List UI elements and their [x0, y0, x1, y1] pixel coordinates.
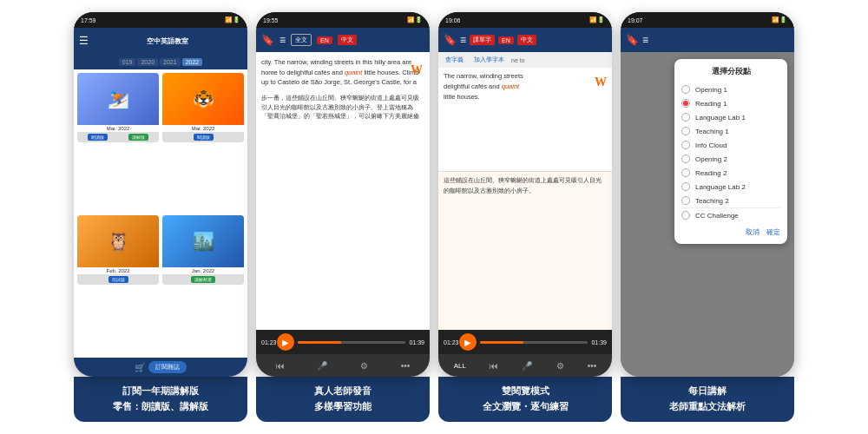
- caption-text-1: 訂閱一年期講解版 零售：朗讀版、講解版: [82, 384, 239, 414]
- menu-item-opening2[interactable]: Opening 2: [681, 152, 780, 166]
- mic-icon[interactable]: 🎤: [317, 361, 327, 371]
- lookup-context: ne to: [511, 57, 525, 63]
- lang-btn-en[interactable]: EN: [317, 36, 332, 44]
- status-time-3: 19:06: [445, 17, 461, 23]
- screen-1: ☰ 空中英語教室 019 2020 2021 2022 ⛷️ Mar. 2022: [74, 28, 247, 377]
- mag-btn-read-3[interactable]: 前試版: [108, 276, 128, 283]
- year-tab-2022[interactable]: 2022: [182, 58, 203, 66]
- screen-4: 🔖 ≡ 選擇分段點 Opening 1: [621, 28, 794, 377]
- dual-bottom-zh: 這些鋪設在山丘間、狹窄蜿蜒的街道上處處可見吸引人目光的咖啡館以及古雅別致的小房子…: [438, 172, 612, 330]
- menu-item-reading1[interactable]: Reading 1: [681, 96, 780, 110]
- list-icon-3[interactable]: ≡: [460, 34, 466, 46]
- prev-icon[interactable]: ⏮: [276, 361, 285, 371]
- year-tab-019[interactable]: 019: [119, 58, 136, 66]
- menu-label-ccchallenge: CC Challenge: [695, 212, 739, 220]
- radio-opening2: [681, 155, 690, 163]
- menu-item-opening1[interactable]: Opening 1: [681, 82, 780, 96]
- mag-card-3[interactable]: 🦉 Feb. 2022 前試版: [77, 215, 159, 285]
- lang-btn-all[interactable]: 全文: [291, 34, 312, 46]
- year-tab-2021[interactable]: 2021: [160, 58, 181, 66]
- more-icon[interactable]: •••: [401, 361, 411, 371]
- mag-card-2[interactable]: 🐯 Mar. 2022 閱讀版: [162, 73, 244, 142]
- radio-ccchallenge: [681, 211, 690, 220]
- menu-item-teaching1[interactable]: Teaching 1: [681, 124, 780, 138]
- mag-placeholder-1: ⛷️: [77, 73, 159, 125]
- bookmark-icon-3[interactable]: 🔖: [444, 34, 457, 46]
- status-time-2: 19:55: [263, 17, 279, 23]
- caption-line1-3: 雙閱覽模式: [447, 384, 603, 399]
- lang-btn-zh-3[interactable]: 中文: [517, 35, 536, 45]
- menu-overlay[interactable]: 選擇分段點 Opening 1 Reading 1: [621, 52, 794, 377]
- mag-label-1: Mar. 2022: [77, 125, 159, 132]
- caption-bar-1: 訂閱一年期講解版 零售：朗讀版、講解版: [74, 377, 247, 421]
- status-icons-3: 📶🔋: [589, 16, 605, 23]
- mag-card-1[interactable]: ⛷️ Mar. 2022 朗讀版 講解版: [77, 73, 159, 142]
- year-tab-2020[interactable]: 2020: [137, 58, 158, 66]
- lang-btn-en-3[interactable]: EN: [498, 36, 514, 44]
- lookup-meaning[interactable]: 查字義: [442, 55, 467, 65]
- menu-item-reading2[interactable]: Reading 2: [681, 166, 780, 180]
- status-icons-4: 📶🔋: [772, 16, 787, 23]
- dual-en-text: The narrow, winding streets delightful c…: [444, 71, 607, 102]
- app-header-2: 🔖 ≡ 全文 EN 中文: [256, 28, 430, 52]
- mag-btn-read-1[interactable]: 朗讀版: [88, 134, 108, 141]
- mic-icon-3[interactable]: 🎤: [522, 361, 532, 371]
- all-btn-3[interactable]: ALL: [454, 362, 466, 370]
- cancel-button[interactable]: 取消: [746, 227, 760, 237]
- menu-label-reading2: Reading 2: [695, 169, 727, 177]
- caption-line1-1: 訂閱一年期講解版: [82, 384, 239, 399]
- play-button-2[interactable]: ▶: [277, 333, 294, 351]
- lookup-add-vocab[interactable]: 加入學字本: [470, 55, 508, 65]
- menu-item-languagelab2[interactable]: Language Lab 2: [681, 180, 780, 194]
- menu-item-ccchallenge[interactable]: CC Challenge: [681, 207, 780, 222]
- audio-controls-2: ⏮ 🎤 ⚙ •••: [256, 354, 430, 377]
- bookmark-icon-2[interactable]: 🔖: [261, 34, 274, 46]
- audio-bar-3: 01:23 ▶ 01:39: [438, 330, 612, 354]
- caption-text-2: 真人老師發音 多樣學習功能: [265, 384, 421, 414]
- list-icon-2[interactable]: ≡: [279, 34, 286, 46]
- play-button-3[interactable]: ▶: [459, 333, 477, 351]
- phone-mockup-3: 19:06 📶🔋 🔖 ≡ 課單字 EN 中文 查字義 加入學字本 ne to: [438, 12, 612, 377]
- subscribe-button[interactable]: 訂閱雜誌: [148, 361, 187, 373]
- status-bar-1: 17:59 📶🔋: [74, 12, 247, 28]
- mag-btn-explain-1[interactable]: 講解版: [128, 134, 148, 141]
- prev-icon-3[interactable]: ⏮: [490, 361, 498, 371]
- audio-progress-2[interactable]: [298, 341, 406, 344]
- mag-btn-read-2[interactable]: 閱讀版: [194, 134, 214, 141]
- more-icon-3[interactable]: •••: [588, 361, 597, 371]
- app-title-1: 空中英語教室: [92, 36, 242, 46]
- reader-en-text: city. The narrow, winding streets in thi…: [261, 57, 424, 87]
- menu-label-teaching1: Teaching 1: [695, 128, 729, 135]
- settings-icon-3[interactable]: ⚙: [556, 361, 564, 371]
- audio-progress-3[interactable]: [480, 341, 589, 344]
- phone-mockup-4: 19:07 📶🔋 🔖 ≡ 選擇分段點 Opening 1: [621, 12, 794, 377]
- radio-opening1: [681, 85, 690, 94]
- list-icon-4[interactable]: ≡: [642, 34, 648, 46]
- confirm-button[interactable]: 確定: [766, 227, 780, 237]
- audio-time-end: 01:39: [409, 339, 424, 345]
- caption-text-3: 雙閱覽模式 全文瀏覽・逐句練習: [447, 384, 603, 414]
- menu-item-languagelab1[interactable]: Language Lab 1: [681, 110, 780, 124]
- mag-btn-read-4[interactable]: 講解精選: [191, 276, 215, 283]
- app-header-1: ☰ 空中英語教室: [74, 28, 247, 54]
- caption-line2-2: 多樣學習功能: [265, 399, 421, 415]
- radio-languagelab2: [681, 182, 690, 191]
- caption-line2-4: 老師重點文法解析: [629, 399, 786, 415]
- lang-btn-zh[interactable]: 中文: [338, 35, 357, 45]
- mag-card-4[interactable]: 🏙️ Jan. 2022 講解精選: [162, 215, 244, 285]
- phone-section-1: 17:59 📶🔋 ☰ 空中英語教室 019 2020 2021 2022: [74, 12, 247, 421]
- hamburger-icon[interactable]: ☰: [79, 35, 89, 47]
- status-icons-2: 📶🔋: [407, 16, 423, 23]
- audio-time-end-3: 01:39: [591, 339, 607, 345]
- bookmark-icon-4[interactable]: 🔖: [626, 34, 639, 46]
- menu-item-infocloud[interactable]: Info Cloud: [681, 138, 780, 152]
- settings-icon[interactable]: ⚙: [360, 361, 368, 371]
- menu-label-languagelab1: Language Lab 1: [695, 114, 746, 122]
- year-tabs: 019 2020 2021 2022: [74, 54, 247, 69]
- menu-item-teaching2[interactable]: Teaching 2: [681, 194, 780, 207]
- main-container: 17:59 📶🔋 ☰ 空中英語教室 019 2020 2021 2022: [0, 0, 868, 434]
- mag-image-4: 🏙️: [162, 215, 244, 267]
- w-logo-3: W: [595, 73, 607, 91]
- menu-label-opening2: Opening 2: [695, 155, 727, 163]
- mag-placeholder-4: 🏙️: [162, 215, 244, 267]
